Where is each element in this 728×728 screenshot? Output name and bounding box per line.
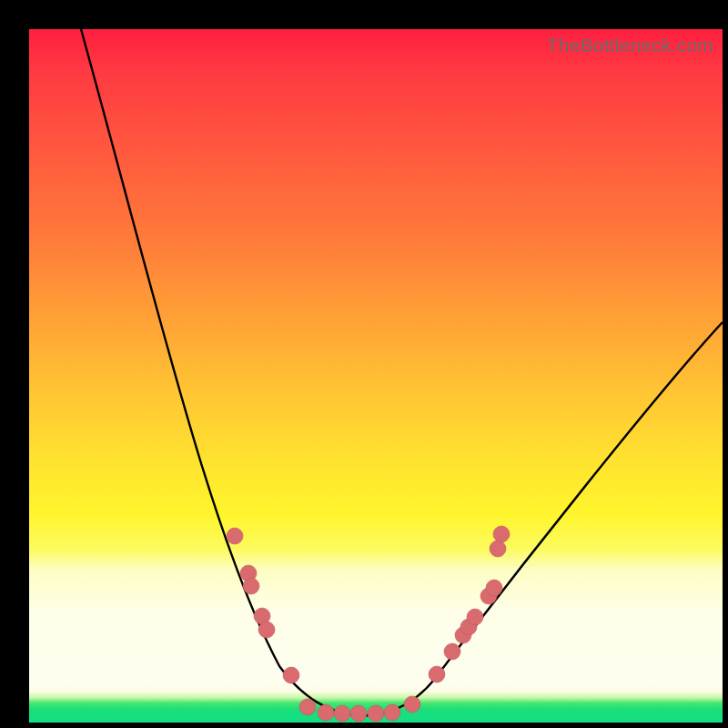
sample-dot (243, 578, 259, 594)
sample-dot (444, 643, 460, 660)
sample-dot (258, 622, 275, 638)
sample-dot (467, 609, 483, 625)
sample-dot (368, 705, 384, 722)
sample-dots-group (227, 526, 510, 722)
sample-dot (384, 704, 400, 721)
outer-frame: TheBottleneck.com (0, 0, 728, 728)
sample-dot (429, 666, 445, 682)
sample-dot (334, 705, 350, 722)
sample-dot (490, 541, 506, 557)
bottleneck-curve (81, 29, 723, 716)
sample-dot (486, 580, 502, 596)
sample-dot (493, 526, 510, 542)
sample-dot (299, 699, 316, 715)
sample-dot (227, 528, 243, 544)
sample-dot (283, 667, 299, 683)
sample-dot (404, 696, 420, 713)
sample-dot (350, 705, 367, 722)
sample-dot (318, 704, 334, 721)
plot-area: TheBottleneck.com (29, 29, 723, 723)
chart-svg (29, 29, 723, 723)
